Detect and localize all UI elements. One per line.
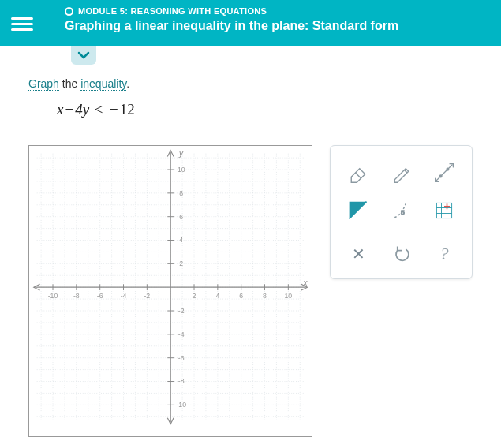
undo-icon [391, 243, 413, 265]
header-titles: MODULE 5: REASONING WITH EQUATIONS Graph… [65, 6, 398, 33]
eraser-tool[interactable] [342, 157, 374, 189]
svg-text:10: 10 [285, 292, 293, 300]
svg-line-89 [404, 170, 407, 174]
svg-text:4: 4 [215, 292, 219, 300]
svg-text:-4: -4 [121, 292, 127, 300]
undo-button[interactable] [386, 238, 417, 270]
svg-text:-10: -10 [48, 292, 58, 300]
svg-text:-2: -2 [144, 292, 150, 300]
svg-rect-96 [436, 203, 451, 218]
svg-text:6: 6 [239, 292, 243, 300]
svg-text:6: 6 [179, 213, 183, 221]
fill-region-tool[interactable] [342, 195, 374, 226]
pencil-tool[interactable] [386, 157, 417, 189]
module-status-icon [65, 7, 73, 16]
svg-text:10: 10 [178, 166, 185, 174]
svg-text:2: 2 [193, 292, 196, 300]
svg-line-88 [356, 173, 361, 178]
help-icon: ? [439, 244, 448, 264]
svg-text:8: 8 [179, 189, 183, 197]
line-tool[interactable] [428, 157, 460, 189]
svg-text:4: 4 [179, 236, 183, 244]
clear-button[interactable]: ✕ [342, 238, 374, 270]
svg-text:-8: -8 [73, 292, 80, 300]
svg-text:5: 5 [401, 209, 405, 216]
svg-text:-10: -10 [176, 401, 186, 409]
svg-text:-6: -6 [97, 292, 103, 300]
term-graph[interactable]: Graph [28, 77, 59, 91]
svg-point-92 [447, 168, 449, 170]
menu-icon[interactable] [11, 14, 33, 34]
svg-text:2: 2 [179, 259, 183, 267]
graph-svg: -10-10-8-8-6-6-4-4-2-2224466881010 [29, 146, 312, 428]
svg-text:-2: -2 [178, 307, 185, 315]
coordinate-plane[interactable]: y x -10-10-8-8-6-6- [28, 145, 312, 437]
toolbox-panel: 5 ✕ [330, 145, 473, 279]
svg-text:-8: -8 [178, 377, 185, 385]
content-area: Graph the inequality. x−4y ≤ −12 y x [0, 46, 501, 448]
close-icon: ✕ [352, 245, 365, 263]
module-label: MODULE 5: REASONING WITH EQUATIONS [78, 6, 267, 16]
help-button[interactable]: ? [428, 238, 460, 270]
dashed-boundary-tool[interactable]: 5 [386, 195, 417, 226]
svg-text:-6: -6 [178, 354, 185, 362]
instruction-text: Graph the inequality. [28, 77, 473, 90]
workspace: y x -10-10-8-8-6-6- [28, 145, 473, 437]
inequality-expression: x−4y ≤ −12 [57, 101, 473, 118]
term-inequality[interactable]: inequality [80, 77, 126, 91]
lesson-title: Graphing a linear inequality in the plan… [65, 19, 398, 33]
grid-snap-tool[interactable] [428, 195, 460, 226]
svg-point-91 [439, 175, 442, 177]
svg-text:-4: -4 [178, 330, 185, 338]
module-line: MODULE 5: REASONING WITH EQUATIONS [65, 6, 398, 16]
app-header: MODULE 5: REASONING WITH EQUATIONS Graph… [0, 0, 501, 46]
svg-text:8: 8 [263, 292, 267, 300]
svg-line-90 [436, 165, 452, 181]
